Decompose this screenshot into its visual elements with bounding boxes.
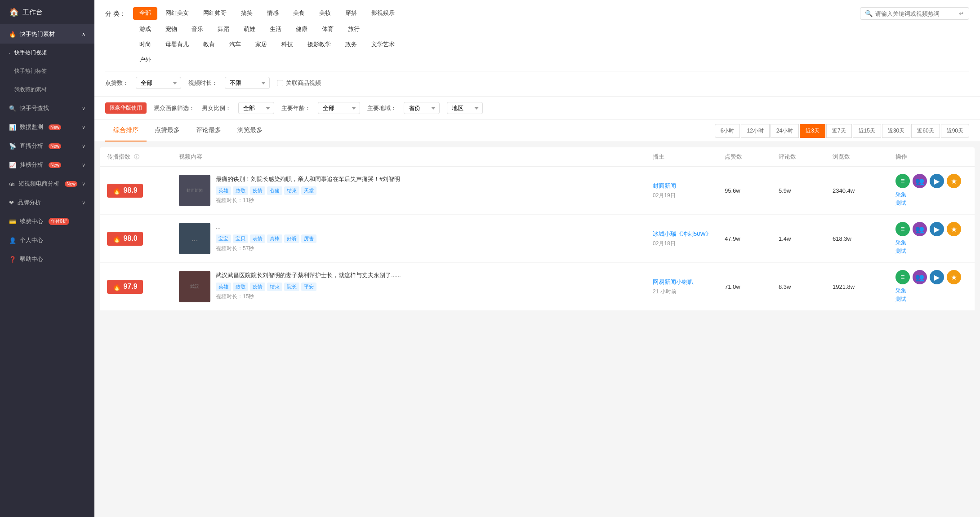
category-tag-makeup[interactable]: 美妆 xyxy=(313,7,337,20)
sidebar-item-ecom-analysis[interactable]: 🛍 短视频电商分析 New ∨ xyxy=(0,174,94,193)
time-btn-15d[interactable]: 近15天 xyxy=(853,124,881,138)
duration-select[interactable]: 不限 1分钟以内 1-5分钟 5分钟以上 xyxy=(225,77,270,89)
sidebar-sub-label: 快手热门标签 xyxy=(14,67,47,75)
search-input[interactable] xyxy=(875,10,956,17)
category-tag-outfit[interactable]: 穿搭 xyxy=(339,7,363,20)
category-tag-education[interactable]: 教育 xyxy=(197,39,221,50)
action-btn-group[interactable]: 👥 xyxy=(913,174,927,188)
time-btn-6h[interactable]: 6小时 xyxy=(715,124,740,138)
publisher-name[interactable]: 封面新闻 xyxy=(653,182,725,190)
category-tag-entertainment[interactable]: 影视娱乐 xyxy=(365,7,401,20)
gender-select[interactable]: 全部 偏男性 偏女性 xyxy=(238,102,274,114)
category-tag-doll[interactable]: 萌娃 xyxy=(237,23,262,35)
tag-tribute: 致敬 xyxy=(233,186,248,195)
related-goods-checkbox[interactable] xyxy=(277,80,283,86)
sidebar-item-live-analysis[interactable]: 📡 直播分析 New ∨ xyxy=(0,137,94,155)
category-tag-auto[interactable]: 汽车 xyxy=(223,39,247,50)
category-tag-pet[interactable]: 宠物 xyxy=(159,23,183,35)
action-link-collect[interactable]: 采集 xyxy=(895,287,906,295)
category-tag-beauty-female[interactable]: 网红美女 xyxy=(159,7,195,20)
category-tag-game[interactable]: 游戏 xyxy=(133,23,157,35)
likes-select[interactable]: 全部 1万以上 10万以上 50万以上 100万以上 xyxy=(136,77,181,89)
category-tag-parenting[interactable]: 母婴育儿 xyxy=(159,39,195,50)
time-btn-12h[interactable]: 12小时 xyxy=(741,124,769,138)
sidebar-item-personal[interactable]: 👤 个人中心 xyxy=(0,231,94,250)
action-links: 采集 测试 xyxy=(895,239,906,255)
category-tag-sport[interactable]: 体育 xyxy=(316,23,340,35)
province-select[interactable]: 省份 xyxy=(404,102,440,114)
category-tag-tech[interactable]: 科技 xyxy=(275,39,299,50)
chevron-down-icon: ∨ xyxy=(82,143,85,149)
sidebar-item-rank-analysis[interactable]: 📈 挂榜分析 New ∨ xyxy=(0,155,94,174)
category-tag-funny[interactable]: 搞笑 xyxy=(235,7,259,20)
sidebar-item-hot-tags[interactable]: 快手热门标签 xyxy=(0,62,94,80)
sidebar-item-brand-analysis[interactable]: ❤ 品牌分析 ∨ xyxy=(0,193,94,212)
action-link-collect[interactable]: 采集 xyxy=(895,191,906,199)
tab-most-comments[interactable]: 评论最多 xyxy=(188,120,229,141)
tab-most-views[interactable]: 浏览最多 xyxy=(229,120,271,141)
category-tag-fashion[interactable]: 时尚 xyxy=(133,39,157,50)
tab-comprehensive[interactable]: 综合排序 xyxy=(105,120,147,141)
category-tag-emotion[interactable]: 情感 xyxy=(261,7,285,20)
sidebar-item-hot-video[interactable]: 快手热门视频 xyxy=(0,44,94,62)
category-tag-all[interactable]: 全部 xyxy=(133,7,157,20)
time-btn-24h[interactable]: 24小时 xyxy=(771,124,799,138)
category-tag-home[interactable]: 家居 xyxy=(249,39,273,50)
chevron-down-icon: ∨ xyxy=(82,200,85,206)
action-link-test[interactable]: 测试 xyxy=(895,247,906,255)
time-btn-3d[interactable]: 近3天 xyxy=(800,124,825,138)
info-icon[interactable]: ⓘ xyxy=(134,154,139,160)
time-btn-90d[interactable]: 近90天 xyxy=(941,124,969,138)
time-btn-60d[interactable]: 近60天 xyxy=(911,124,940,138)
category-tag-food[interactable]: 美食 xyxy=(287,7,311,20)
category-tag-life[interactable]: 生活 xyxy=(263,23,288,35)
action-btn-play[interactable]: ▶ xyxy=(930,222,944,236)
action-btn-menu[interactable]: ≡ xyxy=(895,174,910,188)
sidebar-item-help[interactable]: ❓ 帮助中心 xyxy=(0,250,94,269)
time-btn-7d[interactable]: 近7天 xyxy=(826,124,852,138)
video-content-cell: ... ... 宝宝 宝贝 表情 真棒 好听 厉害 视频时长：57秒 xyxy=(179,223,653,254)
sidebar-item-account-search[interactable]: 🔍 快手号查找 ∨ xyxy=(0,99,94,118)
sidebar-item-hot-material[interactable]: 🔥 快手热门素材 ∧ xyxy=(0,25,94,44)
action-btn-menu[interactable]: ≡ xyxy=(895,222,910,236)
category-tag-travel[interactable]: 旅行 xyxy=(342,23,366,35)
gender-label: 男女比例： xyxy=(202,104,231,112)
action-link-test[interactable]: 测试 xyxy=(895,199,906,207)
related-goods-label: 关联商品视频 xyxy=(286,79,321,87)
category-tag-photo-teach[interactable]: 摄影教学 xyxy=(301,39,337,50)
action-btn-group[interactable]: 👥 xyxy=(913,270,927,284)
action-btn-play[interactable]: ▶ xyxy=(930,270,944,284)
search-box: 🔍 ↵ xyxy=(860,7,969,20)
action-btn-group[interactable]: 👥 xyxy=(913,222,927,236)
category-tag-outdoor[interactable]: 户外 xyxy=(133,54,157,66)
sidebar-item-data-monitor[interactable]: 📊 数据监测 New ∨ xyxy=(0,118,94,137)
category-tag-politics[interactable]: 政务 xyxy=(339,39,363,50)
views-val: 1921.8w xyxy=(833,283,895,290)
action-btn-star[interactable]: ★ xyxy=(947,174,961,188)
action-btn-star[interactable]: ★ xyxy=(947,270,961,284)
tab-most-likes[interactable]: 点赞最多 xyxy=(147,120,188,141)
video-duration: 视频时长：11秒 xyxy=(216,197,653,204)
publisher-name[interactable]: 冰城小瑞《冲刺50W》 xyxy=(653,230,725,238)
action-btn-star[interactable]: ★ xyxy=(947,222,961,236)
time-btn-30d[interactable]: 近30天 xyxy=(882,124,910,138)
help-icon: ❓ xyxy=(9,256,16,263)
sidebar-item-my-material[interactable]: 我收藏的素材 xyxy=(0,80,94,99)
action-btn-play[interactable]: ▶ xyxy=(930,174,944,188)
action-link-collect[interactable]: 采集 xyxy=(895,239,906,247)
category-tag-dance[interactable]: 舞蹈 xyxy=(211,23,236,35)
age-select[interactable]: 全部 18岁以下 18-24岁 25-34岁 35-44岁 45岁以上 xyxy=(318,102,360,114)
city-select[interactable]: 地区 xyxy=(447,102,483,114)
category-tag-handsome-male[interactable]: 网红帅哥 xyxy=(197,7,233,20)
action-link-test[interactable]: 测试 xyxy=(895,296,906,303)
category-tag-literature[interactable]: 文学艺术 xyxy=(365,39,401,50)
publisher-name[interactable]: 网易新闻小喇叭 xyxy=(653,278,725,286)
header-spread-index-label: 传播指数 xyxy=(107,153,130,160)
sidebar-item-renewal[interactable]: 💳 续费中心 年付6折 xyxy=(0,212,94,231)
action-btn-menu[interactable]: ≡ xyxy=(895,270,910,284)
fire-icon: 🔥 xyxy=(112,234,121,243)
publisher-cell: 封面新闻 02月19日 xyxy=(653,182,725,199)
category-tag-health[interactable]: 健康 xyxy=(290,23,314,35)
portrait-label: 观众画像筛选： xyxy=(154,104,195,112)
category-tag-music[interactable]: 音乐 xyxy=(185,23,209,35)
